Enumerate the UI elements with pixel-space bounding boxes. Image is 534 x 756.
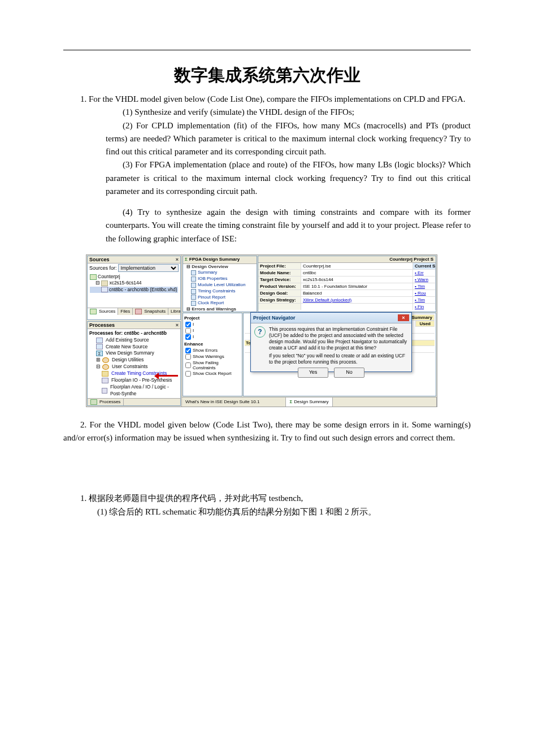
project-icon: [90, 274, 97, 280]
ov-summary[interactable]: Summary: [183, 270, 257, 276]
chk-show-errors[interactable]: [185, 348, 191, 353]
arrow-icon: [154, 373, 179, 379]
sum-v-5[interactable]: Xilinx Default (unlocked): [301, 297, 413, 304]
proc-design-utilities[interactable]: ⊞ Design Utilities: [89, 357, 179, 364]
page-title: 数字集成系统第六次作业: [63, 64, 471, 87]
floorplan-icon: [102, 388, 107, 394]
sum-r-2[interactable]: • Tim: [413, 283, 436, 290]
ov-module[interactable]: Module Level Utilization: [183, 282, 257, 288]
tree-device[interactable]: xc2s15-6cs144: [109, 280, 141, 286]
process-icon: [90, 399, 97, 405]
question-1-1: (1) Synthesize and verify (simulate) the…: [63, 106, 471, 119]
sources-tree[interactable]: Counterprj ⊟ xc2s15-6cs144 cnt8bc - arch…: [88, 273, 180, 308]
processes-for: Processes for: cnt8bc - archcnt8b: [89, 330, 179, 337]
floorplan-icon: [102, 378, 108, 383]
sum-v-1: cnt8bc: [301, 270, 413, 277]
sum-r-0[interactable]: • Err: [413, 270, 436, 277]
overview-section: Design Overview: [192, 264, 228, 269]
doc-icon: [191, 301, 196, 306]
overview-errors: Errors and Warnings: [192, 306, 236, 312]
doc-icon: [191, 277, 196, 282]
question-1-4: (4) Try to synthesize again the design w…: [106, 206, 471, 245]
overview-title: ΣFPGA Design Summary: [183, 256, 257, 264]
tree-project[interactable]: Counterprj: [98, 274, 120, 279]
project-options: Project I I I Enhance Show Errors Show W…: [183, 313, 242, 396]
whats-new-tab[interactable]: What's New in ISE Design Suite 10.1: [182, 398, 286, 407]
chk-1[interactable]: [185, 322, 191, 327]
sources-for-select[interactable]: Implementation: [118, 264, 179, 272]
sum-v-3: ISE 10.1 - Foundation Simulator: [301, 283, 413, 290]
proc-floorplan-post[interactable]: Floorplan Area / IO / Logic - Post-Synth…: [89, 384, 179, 398]
design-overview-panel: ΣFPGA Design Summary ⊟ Design Overview S…: [183, 256, 257, 312]
proc-synthesize[interactable]: ⊞ Synthesize - XST: [89, 398, 179, 398]
timing-icon: [102, 371, 108, 377]
ov-timing[interactable]: Timing Constraints: [183, 288, 257, 295]
proc-view-summary[interactable]: ΣView Design Summary: [89, 350, 179, 357]
close-icon[interactable]: ×: [176, 322, 179, 328]
proc-user-constraints[interactable]: ⊟ User Constraints: [89, 364, 179, 370]
tree-file[interactable]: cnt8bc - archcnt8b (Ent8bc.vhd): [109, 287, 177, 292]
ucf-dialog: Project Navigator × ? This process requi…: [250, 312, 412, 372]
sum-r-4[interactable]: • Tim: [413, 297, 436, 304]
close-icon[interactable]: ×: [176, 257, 179, 262]
chk-show-failing[interactable]: [185, 362, 191, 368]
summary-title: Counterprj Project S: [258, 256, 436, 263]
sources-tabs: Sources Files Snapshots Libraries: [88, 308, 180, 315]
dialog-body-1: This process requires that an Implementa…: [269, 326, 408, 351]
snapshot-icon: [135, 309, 142, 314]
dialog-title: Project Navigator: [253, 315, 296, 321]
doc-icon: [191, 295, 196, 300]
file-icon: [96, 338, 103, 343]
doc-icon: [191, 270, 196, 275]
processes-title: Processes: [89, 322, 115, 328]
close-icon[interactable]: ×: [398, 314, 409, 321]
sum-r-3[interactable]: • Rou: [413, 290, 436, 297]
sum-v-4: Balanced: [301, 290, 413, 297]
sum-k-1: Module Name:: [258, 270, 301, 277]
summary-tab-label: Summary: [410, 314, 435, 321]
tab-files[interactable]: Files: [118, 308, 133, 315]
answer-1: 1. 根据段老师题目中提供的程序代码，并对此书写 testbench,: [80, 492, 471, 505]
page-number: 1: [0, 509, 534, 519]
sum-v-2: xc2s15-6cs144: [301, 277, 413, 283]
sum-v-0: Counterprj.ise: [301, 263, 413, 270]
ov-iob[interactable]: IOB Properties: [183, 276, 257, 282]
chip-icon: [101, 280, 108, 286]
question-1: 1. For the VHDL model given below (Code …: [63, 93, 471, 106]
sum-k-2: Target Device:: [258, 277, 301, 283]
sum-r-header: Current S: [413, 263, 436, 270]
sum-r-1[interactable]: • Warn: [413, 277, 436, 283]
sum-k-5: Design Strategy:: [258, 297, 301, 304]
sources-panel-header: Sources ×: [88, 256, 180, 263]
ov-clock[interactable]: Clock Report: [183, 300, 257, 306]
gear-icon: [102, 364, 109, 370]
question-1-3: (3) For FPGA implementation (place and r…: [106, 158, 471, 198]
sum-r-5[interactable]: • Fin: [413, 304, 436, 310]
proc-create-new[interactable]: Create New Source: [89, 344, 179, 351]
design-summary-tab[interactable]: ΣDesign Summary: [286, 398, 332, 407]
question-1-2: (2) For CPLD implementation (fit) of the…: [106, 119, 471, 159]
opts-enhanced: Enhance: [184, 342, 241, 347]
chk-2[interactable]: [185, 328, 191, 334]
proc-add-existing[interactable]: Add Existing Source: [89, 337, 179, 344]
doc-icon: [191, 289, 196, 294]
chk-show-warnings[interactable]: [185, 354, 191, 360]
tab-sources[interactable]: Sources: [88, 308, 118, 315]
gear-icon: [102, 357, 109, 363]
ise-screenshot: Sources × Sources for: Implementation Co…: [86, 254, 437, 407]
question-icon: ?: [254, 326, 266, 338]
opts-header: Project: [184, 316, 241, 321]
summary-panel: Counterprj Project S Project File:Counte…: [258, 256, 436, 312]
tab-processes[interactable]: Processes: [88, 399, 124, 405]
sources-for-label: Sources for:: [89, 265, 117, 271]
yes-button[interactable]: Yes: [298, 368, 328, 378]
doc-icon: [191, 283, 196, 288]
chk-show-clock[interactable]: [185, 371, 191, 377]
no-button[interactable]: No: [334, 368, 364, 378]
chk-3[interactable]: [185, 334, 191, 340]
tab-snapshots[interactable]: Snapshots: [133, 308, 168, 315]
dialog-body-2: If you select "No" you will need to crea…: [269, 353, 408, 365]
tab-libraries[interactable]: Libraries: [168, 308, 181, 315]
sum-k-3: Product Version:: [258, 283, 301, 290]
ov-pinout[interactable]: Pinout Report: [183, 295, 257, 301]
